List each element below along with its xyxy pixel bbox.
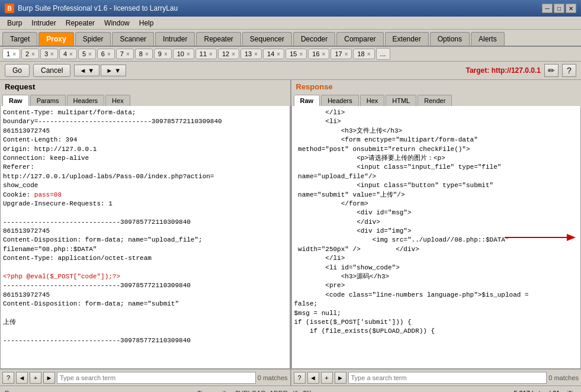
help-button[interactable]: ?	[562, 64, 576, 77]
target-url: http://127.0.0.1	[492, 66, 541, 75]
status-bar: Done $img_path = $UPLOAD_ADDR . '/' . $f…	[0, 385, 581, 392]
response-search-next[interactable]: +	[321, 372, 333, 384]
num-tab-1[interactable]: 1 ×	[2, 49, 20, 59]
close-tab-17[interactable]: ×	[345, 51, 348, 57]
close-tab-9[interactable]: ×	[164, 51, 168, 57]
close-tab-8[interactable]: ×	[145, 51, 149, 57]
window-title: Burp Suite Professional v1.6 - licensed …	[18, 4, 542, 12]
response-search-fwd[interactable]: ►	[335, 372, 346, 384]
status-right-text: $img_path = $UPLOAD_ADDR . '/' . $file_n…	[197, 390, 336, 393]
close-tab-18[interactable]: ×	[367, 51, 371, 57]
arrow-annotation	[505, 230, 576, 245]
tab-intruder[interactable]: Intruder	[155, 32, 195, 46]
cancel-button[interactable]: Cancel	[33, 64, 70, 77]
request-search-input[interactable]	[57, 372, 256, 384]
tab-sequencer[interactable]: Sequencer	[242, 32, 292, 46]
request-tab-headers[interactable]: Headers	[67, 95, 105, 106]
request-tabs: Raw Params Headers Hex	[0, 94, 290, 106]
close-tab-5[interactable]: ×	[88, 51, 92, 57]
response-tab-headers[interactable]: Headers	[321, 95, 359, 106]
num-tab-11[interactable]: 11 ×	[195, 49, 217, 59]
request-tab-params[interactable]: Params	[30, 95, 66, 106]
num-tab-12[interactable]: 12 ×	[218, 49, 239, 59]
request-search-help[interactable]: ?	[2, 372, 14, 384]
request-content: Content-Type: multipart/form-data; bound…	[0, 106, 290, 369]
request-search-next[interactable]: +	[30, 372, 41, 384]
back-button[interactable]: ◄ ▼	[74, 65, 99, 76]
tab-spider[interactable]: Spider	[75, 32, 111, 46]
num-tab-18[interactable]: 18 ×	[353, 49, 374, 59]
num-tab-10[interactable]: 10 ×	[173, 49, 194, 59]
app-icon: B	[5, 4, 14, 13]
num-tab-9[interactable]: 9 ×	[154, 49, 172, 59]
tab-options[interactable]: Options	[430, 32, 470, 46]
go-button[interactable]: Go	[5, 64, 30, 77]
num-tab-16[interactable]: 16 ×	[308, 49, 329, 59]
close-tab-3[interactable]: ×	[50, 51, 54, 57]
close-tab-11[interactable]: ×	[209, 51, 213, 57]
menu-intruder[interactable]: Intruder	[27, 18, 60, 28]
tab-target[interactable]: Target	[2, 32, 37, 46]
num-tab-7[interactable]: 7 ×	[116, 49, 134, 59]
tab-decoder[interactable]: Decoder	[293, 32, 335, 46]
menu-repeater[interactable]: Repeater	[61, 18, 99, 28]
num-tab-5[interactable]: 5 ×	[78, 49, 96, 59]
response-search-help[interactable]: ?	[294, 372, 306, 384]
maximize-button[interactable]: □	[554, 4, 564, 13]
svg-marker-1	[567, 234, 576, 241]
close-tab-14[interactable]: ×	[277, 51, 280, 57]
num-tab-17[interactable]: 17 ×	[330, 49, 352, 59]
request-tab-hex[interactable]: Hex	[105, 95, 130, 106]
menu-help[interactable]: Help	[134, 18, 159, 28]
main-content: Request Raw Params Headers Hex Content-T…	[0, 80, 581, 385]
close-tab-7[interactable]: ×	[126, 51, 130, 57]
num-tab-6[interactable]: 6 ×	[97, 49, 115, 59]
response-tab-raw[interactable]: Raw	[294, 95, 320, 106]
close-tab-13[interactable]: ×	[254, 51, 258, 57]
tab-extender[interactable]: Extender	[385, 32, 429, 46]
close-tab-12[interactable]: ×	[232, 51, 235, 57]
tab-proxy[interactable]: Proxy	[38, 32, 73, 46]
request-tab-raw[interactable]: Raw	[2, 95, 29, 106]
response-content: </li> <li> <h3>文件上传</h3> <form enctype="…	[291, 106, 582, 369]
more-tabs[interactable]: ...	[376, 48, 390, 60]
forward-button[interactable]: ► ▼	[101, 65, 126, 76]
response-searchbar: ? ◄ + ► 0 matches	[291, 369, 582, 385]
response-text: </li> <li> <h3>文件上传</h3> <form enctype="…	[294, 108, 579, 336]
close-tab-2[interactable]: ×	[31, 51, 35, 57]
tab-comparer[interactable]: Comparer	[336, 32, 383, 46]
close-tab-10[interactable]: ×	[187, 51, 190, 57]
menu-window[interactable]: Window	[99, 18, 134, 28]
num-tab-2[interactable]: 2 ×	[21, 49, 39, 59]
num-tab-13[interactable]: 13 ×	[240, 49, 262, 59]
response-tab-render[interactable]: Render	[418, 95, 452, 106]
tab-repeater[interactable]: Repeater	[196, 32, 240, 46]
nav-arrows: ◄ ▼ ► ▼	[74, 65, 126, 76]
edit-target-button[interactable]: ✏	[544, 64, 558, 77]
num-tab-15[interactable]: 15 ×	[285, 49, 307, 59]
close-tab-6[interactable]: ×	[107, 51, 111, 57]
request-search-prev[interactable]: ◄	[16, 372, 28, 384]
close-tab-16[interactable]: ×	[322, 51, 326, 57]
num-tab-4[interactable]: 4 ×	[59, 49, 77, 59]
request-pane: Request Raw Params Headers Hex Content-T…	[0, 80, 291, 385]
menu-burp[interactable]: Burp	[2, 18, 27, 28]
nav-tabs: Target Proxy Spider Scanner Intruder Rep…	[0, 30, 581, 47]
close-tab-4[interactable]: ×	[69, 51, 73, 57]
close-tab-1[interactable]: ×	[12, 51, 16, 57]
num-tab-8[interactable]: 8 ×	[135, 49, 153, 59]
response-tab-html[interactable]: HTML	[386, 95, 416, 106]
close-tab-15[interactable]: ×	[299, 51, 303, 57]
response-tab-hex[interactable]: Hex	[360, 95, 385, 106]
close-button[interactable]: ✕	[566, 4, 576, 13]
request-search-fwd[interactable]: ►	[43, 372, 55, 384]
request-matches: 0 matches	[258, 374, 288, 381]
tab-alerts[interactable]: Alerts	[471, 32, 505, 46]
minimize-button[interactable]: ─	[542, 4, 553, 13]
response-search-prev[interactable]: ◄	[307, 372, 319, 384]
num-tab-3[interactable]: 3 ×	[40, 49, 58, 59]
response-tabs: Raw Headers Hex HTML Render	[291, 94, 582, 106]
tab-scanner[interactable]: Scanner	[112, 32, 154, 46]
num-tab-14[interactable]: 14 ×	[263, 49, 284, 59]
response-search-input[interactable]	[348, 372, 547, 384]
